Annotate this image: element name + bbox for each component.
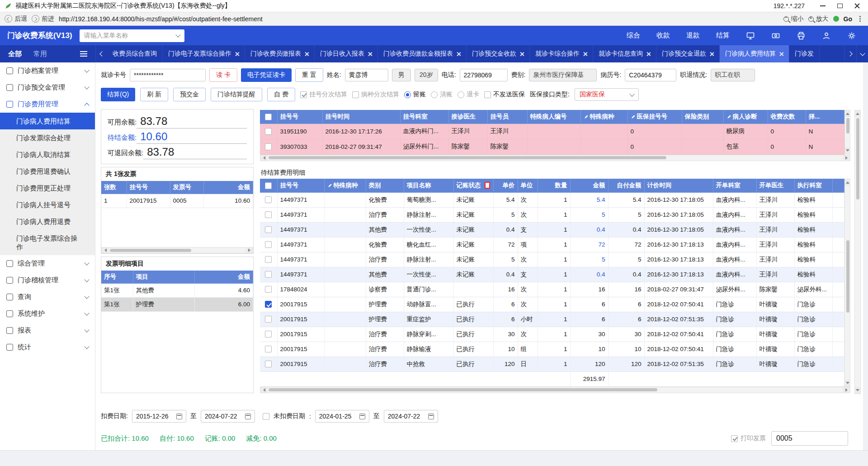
fee-detail-row[interactable]: 20017915 治疗费 静脉输液 已执行 10 组 1 10 10 xyxy=(260,342,844,357)
scroll-left-button[interactable] xyxy=(260,387,268,393)
scroll-up-button[interactable] xyxy=(845,179,850,186)
print-invoice-checkbox[interactable] xyxy=(731,435,738,442)
row-checkbox[interactable] xyxy=(265,286,272,293)
invoice-summary-row[interactable]: 1 20017915 0005 10.60 xyxy=(101,194,253,208)
uncharged-date-checkbox[interactable] xyxy=(263,413,269,420)
scroll-right-button[interactable] xyxy=(843,387,850,393)
scroll-left-button[interactable] xyxy=(102,247,109,253)
sidebar-item[interactable]: 查询 xyxy=(0,289,95,305)
scroll-up-button[interactable] xyxy=(845,110,850,117)
printer-icon[interactable] xyxy=(796,31,806,41)
registration-vscrollbar[interactable] xyxy=(844,110,850,154)
sidebar-subitem[interactable]: 门诊发票综合处理 xyxy=(0,129,95,146)
sidebar-subitem[interactable]: 门诊病人取消结算 xyxy=(0,146,95,163)
tab-close-icon[interactable] xyxy=(520,52,524,56)
tab[interactable]: 门诊电子发票综合操作 xyxy=(163,45,245,62)
sidebar-subitem[interactable]: 门诊电子发票综合操作 xyxy=(0,230,95,255)
gear-icon[interactable] xyxy=(847,31,857,41)
invoice-detail-row[interactable]: 第1张 护理费 6.00 xyxy=(101,297,253,311)
quick-link-settle[interactable]: 结算 xyxy=(716,31,730,40)
tab-close-icon[interactable] xyxy=(368,52,372,56)
page-vertical-scrollbar[interactable] xyxy=(854,110,861,394)
split-by-reg-checkbox[interactable]: 挂号分次结算 xyxy=(300,90,347,99)
fee-detail-row[interactable]: 14497371 治疗费 静脉注射... 未记账 5 次 1 5 5 xyxy=(260,252,844,267)
fee-detail-row[interactable]: 20017915 治疗费 静脉穿刺... 已执行 30 次 1 30 30 xyxy=(260,327,844,342)
insurance-type-select[interactable]: 国家医保 xyxy=(575,88,639,101)
tab-close-icon[interactable] xyxy=(779,52,783,56)
menu-search-input[interactable]: 请输入菜单名称 xyxy=(80,29,184,42)
user-icon[interactable] xyxy=(821,31,831,41)
tabs-scroll-right-button[interactable] xyxy=(844,45,856,62)
sidebar-item[interactable]: 系统维护 xyxy=(0,305,95,322)
row-checkbox[interactable] xyxy=(265,316,272,323)
tab-close-icon[interactable] xyxy=(710,52,714,56)
quick-link-receive[interactable]: 收款 xyxy=(656,31,670,40)
fee-detail-row[interactable]: 14497371 化验费 糖化血红... 未记账 72 项 1 72 72 xyxy=(260,237,844,252)
fee-detail-row[interactable]: 20017915 护理费 动静脉置... 已执行 6 次 1 6 6 xyxy=(260,297,844,312)
registration-hscrollbar[interactable] xyxy=(260,155,850,161)
forward-button[interactable]: 前进 xyxy=(32,15,54,23)
fee-detail-row[interactable]: 14497371 其他费 一次性使... 未记账 0.4 支 1 0.4 xyxy=(260,267,844,282)
cash-icon[interactable] xyxy=(771,31,781,41)
ecert-read-card-button[interactable]: 电子凭证读卡 xyxy=(241,68,292,82)
name-input[interactable]: 黄彦博 xyxy=(345,69,388,81)
monitor-icon[interactable] xyxy=(745,31,755,41)
phone-input[interactable]: 22798069 xyxy=(460,69,508,81)
sidebar-subitem[interactable]: 门诊费用更正处理 xyxy=(0,180,95,196)
tab-close-icon[interactable] xyxy=(235,52,239,56)
sidebar-subitem[interactable]: 门诊病人挂号退号 xyxy=(0,196,95,213)
go-button[interactable]: Go xyxy=(844,15,852,23)
tab[interactable]: 门诊日收入报表 xyxy=(315,45,378,62)
row-checkbox[interactable] xyxy=(265,256,272,263)
split-by-disease-checkbox[interactable]: 病种分次结算 xyxy=(352,90,399,99)
sidebar-item[interactable]: 门诊预交金管理 xyxy=(0,79,95,96)
row-checkbox[interactable] xyxy=(265,196,272,203)
read-card-button[interactable]: 读 卡 xyxy=(209,68,237,82)
invoice-number-input[interactable]: 0005 xyxy=(771,431,848,446)
select-all-checkbox[interactable] xyxy=(265,114,272,120)
tab[interactable]: 门诊收费员缴款金额报表 xyxy=(378,45,467,62)
sidebar-item[interactable]: 门诊稽核管理 xyxy=(0,272,95,289)
fee-detail-row[interactable]: 14497371 化验费 葡萄糖测... 未记账 5.4 次 1 5.4 xyxy=(260,192,844,207)
scroll-down-button[interactable] xyxy=(845,380,850,386)
sidebar-tab-common[interactable]: 常用 xyxy=(33,50,47,58)
card-no-input[interactable]: ************ xyxy=(130,69,206,81)
tab-close-icon[interactable] xyxy=(583,52,587,56)
charged-date-to-input[interactable]: 2024-07-22 xyxy=(201,410,255,423)
account-mode-radio[interactable]: 清账 xyxy=(431,90,453,99)
row-checkbox[interactable] xyxy=(265,143,272,150)
more-menu-icon[interactable] xyxy=(859,18,861,19)
zoom-out-button[interactable]: 缩小 xyxy=(783,15,804,23)
menu-hamburger-icon[interactable] xyxy=(80,53,87,54)
row-checkbox[interactable] xyxy=(265,241,272,248)
tab[interactable]: 门诊收费员缴报表 xyxy=(245,45,315,62)
row-checkbox[interactable] xyxy=(265,331,272,338)
minimize-icon[interactable] xyxy=(820,5,826,6)
mrn-input[interactable]: C20464379 xyxy=(625,69,676,81)
sidebar-tab-all[interactable]: 全部 xyxy=(8,50,22,58)
tab[interactable]: 就诊卡信息查询 xyxy=(593,45,656,62)
scroll-right-button[interactable] xyxy=(843,155,850,161)
quick-link-comprehensive[interactable]: 综合 xyxy=(627,31,640,40)
uncharged-date-to-input[interactable]: 2024-07-22 xyxy=(384,410,438,423)
no-send-insurance-checkbox[interactable]: 不发送医保 xyxy=(484,90,525,99)
scroll-up-button[interactable] xyxy=(855,110,860,117)
tab-close-icon[interactable] xyxy=(646,52,651,56)
fee-detail-row[interactable]: 20017915 治疗费 中抢救 已执行 120 日 1 120 120 xyxy=(260,357,844,371)
tab-close-icon[interactable] xyxy=(457,52,461,56)
fee-detail-row[interactable]: 14497371 其他费 一次性使... 未记账 0.4 支 1 0.4 xyxy=(260,222,844,237)
sidebar-item[interactable]: 门诊费用管理 xyxy=(0,96,95,113)
scroll-down-button[interactable] xyxy=(845,147,850,154)
tab[interactable]: 门诊发 xyxy=(789,45,820,62)
sidebar-subitem[interactable]: 门诊病人费用退费 xyxy=(0,213,95,230)
scroll-left-button[interactable] xyxy=(260,155,268,161)
refresh-button[interactable]: 刷 新 xyxy=(140,88,168,101)
row-checkbox[interactable] xyxy=(265,226,272,233)
scroll-right-button[interactable] xyxy=(245,247,253,253)
account-mode-radio[interactable]: 退卡 xyxy=(458,90,479,99)
tabs-dropdown-button[interactable] xyxy=(856,45,868,62)
tab[interactable]: 收费员综合查询 xyxy=(107,45,163,62)
tab[interactable]: 门诊病人费用结算 xyxy=(720,45,789,62)
tab[interactable]: 就诊卡综合操作 xyxy=(530,45,593,62)
sidebar-subitem[interactable]: 门诊费用退费确认 xyxy=(0,163,95,180)
